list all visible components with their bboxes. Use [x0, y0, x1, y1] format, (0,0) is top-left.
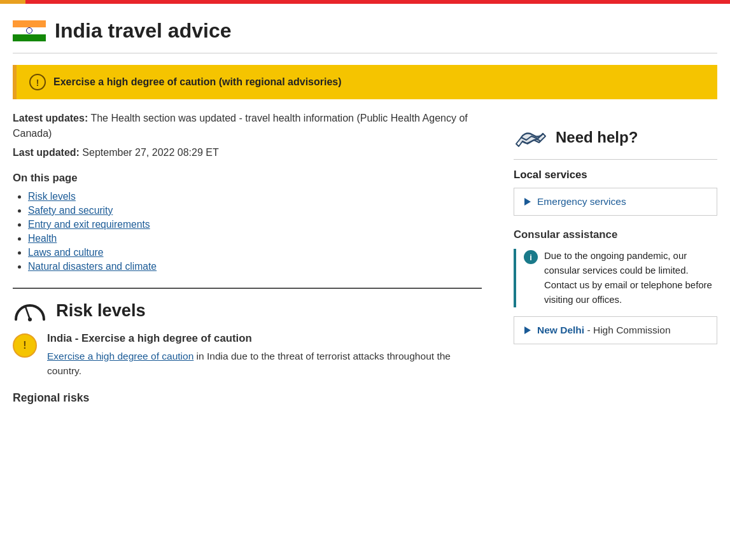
safety-link[interactable]: Safety and security: [28, 205, 113, 216]
updates-section: Latest updates: The Health section was u…: [13, 111, 482, 160]
chevron-right-icon: [524, 326, 531, 334]
risk-title: India - Exercise a high degree of cautio…: [47, 332, 482, 345]
latest-label: Latest updates:: [13, 113, 88, 123]
alert-banner: ! Exercise a high degree of caution (wit…: [13, 65, 717, 99]
new-delhi-suffix: - High Commission: [587, 325, 670, 335]
handshake-icon: [514, 123, 547, 151]
need-help-section: Need help? Local services Emergency serv…: [514, 123, 717, 344]
speedometer-icon: [13, 299, 47, 322]
list-item: Health: [28, 233, 482, 244]
consular-section: Consular assistance i Due to the ongoing…: [514, 228, 717, 344]
page-title: India travel advice: [55, 19, 231, 43]
natural-link[interactable]: Natural disasters and climate: [28, 261, 157, 272]
risk-levels-section: Risk levels ! India - Exercise a high de…: [13, 288, 482, 405]
emergency-services-header[interactable]: Emergency services: [514, 188, 717, 215]
right-column: Need help? Local services Emergency serv…: [507, 111, 717, 405]
top-accent: [0, 0, 25, 4]
list-item: Safety and security: [28, 205, 482, 216]
page-header: India travel advice: [13, 4, 717, 53]
entry-link[interactable]: Entry and exit requirements: [28, 219, 150, 230]
regional-risks-heading: Regional risks: [13, 391, 482, 405]
alert-text: Exercise a high degree of caution (with …: [53, 76, 342, 88]
risk-description: Exercise a high degree of caution in Ind…: [47, 349, 482, 379]
consular-notice-text: Due to the ongoing pandemic, our consula…: [544, 249, 717, 307]
local-services-heading: Local services: [514, 169, 717, 181]
list-item: Entry and exit requirements: [28, 219, 482, 230]
consular-heading: Consular assistance: [514, 228, 717, 241]
on-this-page-section: On this page Risk levels Safety and secu…: [13, 172, 482, 272]
need-help-title: Need help?: [514, 123, 717, 160]
section-title: Risk levels: [13, 299, 482, 322]
list-item: Risk levels: [28, 191, 482, 202]
need-help-heading: Need help?: [556, 129, 638, 146]
laws-link[interactable]: Laws and culture: [28, 247, 103, 258]
risk-link[interactable]: Exercise a high degree of caution: [47, 351, 193, 361]
latest-updates: Latest updates: The Health section was u…: [13, 111, 482, 141]
health-link[interactable]: Health: [28, 233, 57, 244]
new-delhi-label: New Delhi - High Commission: [537, 325, 671, 336]
new-delhi-accordion[interactable]: New Delhi - High Commission: [514, 316, 717, 344]
risk-caution-icon: !: [13, 333, 37, 358]
risk-box: ! India - Exercise a high degree of caut…: [13, 332, 482, 379]
on-this-page-list: Risk levels Safety and security Entry an…: [13, 191, 482, 272]
left-column: Latest updates: The Health section was u…: [13, 111, 507, 405]
last-updated: Last updated: September 27, 2022 08:29 E…: [13, 145, 482, 160]
emergency-services-label: Emergency services: [537, 196, 626, 207]
last-updated-label: Last updated:: [13, 147, 80, 158]
on-this-page-heading: On this page: [13, 172, 482, 185]
svg-point-0: [28, 318, 32, 321]
chevron-right-icon: [524, 198, 531, 206]
list-item: Natural disasters and climate: [28, 261, 482, 272]
info-icon: i: [524, 250, 538, 264]
risk-content: India - Exercise a high degree of cautio…: [47, 332, 482, 379]
new-delhi-city: New Delhi: [537, 325, 584, 335]
list-item: Laws and culture: [28, 247, 482, 258]
consular-notice: i Due to the ongoing pandemic, our consu…: [514, 249, 717, 307]
emergency-services-accordion[interactable]: Emergency services: [514, 188, 717, 216]
alert-icon: !: [29, 74, 46, 90]
risk-levels-heading: Risk levels: [56, 300, 146, 321]
last-updated-date: September 27, 2022 08:29 ET: [82, 147, 218, 158]
risk-levels-link[interactable]: Risk levels: [28, 191, 76, 202]
india-flag: [13, 20, 46, 42]
